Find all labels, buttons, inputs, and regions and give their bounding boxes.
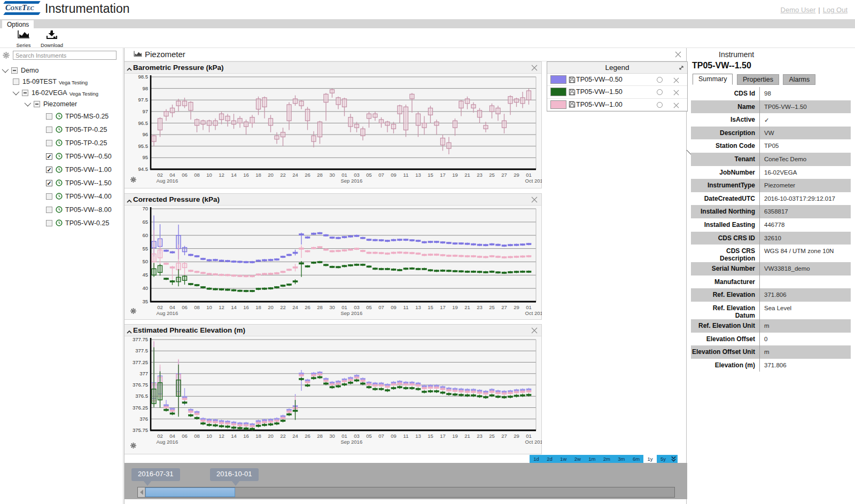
tree-item-tp05-tp-0.25[interactable]: TP05-TP-0.25 [0,136,123,149]
save-series-icon[interactable] [569,89,576,96]
collapse-legend-icon[interactable] [678,65,685,73]
tree-item-tp05-ms-0.25[interactable]: TP05-MS-0.25 [0,109,123,123]
series-radio[interactable] [657,77,663,83]
chart-settings-gear-icon[interactable] [130,442,137,451]
svg-text:20: 20 [268,433,274,439]
tree-item-tp05-vw-0.25[interactable]: TP05-VW-0.25 [0,216,123,230]
series-color-swatch[interactable] [550,75,566,84]
instrument-gauge-icon [56,193,63,200]
range-button-1w[interactable]: 1w [556,455,571,463]
svg-text:Aug 2016: Aug 2016 [157,178,178,184]
summary-row-value: 6358817 [759,205,851,218]
series-button[interactable]: Series [12,30,35,48]
search-settings-gear-icon[interactable] [2,51,10,61]
summary-row-label: Installed Northing [691,205,759,218]
svg-text:26: 26 [305,304,310,310]
close-chart-icon[interactable] [531,196,538,206]
remove-series-icon[interactable] [673,101,680,111]
tree-item-tp05-vw--0.50[interactable]: TP05-VW--0.50 [0,149,123,163]
scroll-left-arrow[interactable] [138,487,145,497]
series-color-swatch[interactable] [550,100,566,109]
svg-text:Oct 2016: Oct 2016 [525,178,542,184]
svg-text:24: 24 [292,433,298,439]
tree-checkbox[interactable] [46,113,52,120]
range-button-2m[interactable]: 2m [600,455,615,463]
tree-checkbox[interactable] [46,140,52,146]
tree-item-tp05-vw--1.50[interactable]: TP05-VW--1.50 [0,176,123,190]
tree-item-15-09test[interactable]: 15-09TESTVega Testing [0,76,123,87]
range-button-1d[interactable]: 1d [530,455,543,463]
svg-text:01: 01 [526,304,532,310]
toolbar: Series Download [0,28,855,48]
range-button-5y[interactable]: 5y [657,455,670,463]
summary-row: InstrumentTypePiezometer [691,179,851,192]
save-series-icon[interactable] [569,101,576,108]
tree-item-demo[interactable]: Demo [0,65,123,76]
collapse-chevron-icon[interactable] [126,327,133,337]
save-series-icon[interactable] [569,76,576,83]
tree-item-label: TP05-VW--8.00 [65,206,112,214]
series-radio[interactable] [657,102,663,108]
summary-row-value: 371.806 [759,288,851,302]
expander-down-icon[interactable] [25,100,32,107]
tree-checkbox[interactable] [11,67,18,74]
svg-text:01: 01 [341,433,347,439]
svg-text:16: 16 [243,433,249,439]
range-button-1m[interactable]: 1m [585,455,600,463]
series-radio[interactable] [657,89,663,95]
tree-checkbox[interactable] [46,180,52,186]
series-color-swatch[interactable] [550,88,566,96]
tree-checkbox[interactable] [46,220,52,226]
svg-text:19: 19 [452,172,458,178]
tree-checkbox[interactable] [34,101,40,107]
range-button-1y[interactable]: 1y [643,455,656,463]
svg-text:11: 11 [403,304,409,310]
tree-checkbox[interactable] [46,193,52,200]
close-chart-icon[interactable] [531,64,538,74]
tree-checkbox[interactable] [46,207,52,213]
download-button[interactable]: Download [37,30,66,48]
collapse-chevron-icon[interactable] [126,196,133,206]
summary-row-label: Tenant [691,153,759,166]
range-button-3m[interactable]: 3m [614,455,629,463]
remove-series-icon[interactable] [673,89,680,98]
user-link[interactable]: Demo User [781,6,816,14]
instrument-gauge-icon [56,139,63,146]
tree-item-tp05-vw--4.00[interactable]: TP05-VW--4.00 [0,190,123,203]
range-button-2d[interactable]: 2d [543,455,556,463]
chart-settings-gear-icon[interactable] [130,176,137,185]
tree-checkbox[interactable] [46,167,52,173]
collapse-chevron-icon[interactable] [126,65,133,74]
svg-text:10: 10 [206,433,212,439]
tab-summary[interactable]: Summary [693,74,733,85]
tree-checkbox[interactable] [22,90,28,96]
svg-text:28: 28 [317,304,323,310]
logout-link[interactable]: Log Out [823,6,848,14]
expander-down-icon[interactable] [13,89,20,96]
tree-item-16-02vega[interactable]: 16-02VEGAVega Testing [0,87,123,98]
expander-down-icon[interactable] [2,66,9,73]
svg-text:18: 18 [255,433,261,439]
range-button-6m[interactable]: 6m [629,455,644,463]
range-button-2w[interactable]: 2w [570,455,585,463]
collapse-slider-icon[interactable] [670,455,678,463]
selected-range-handle[interactable] [145,487,235,497]
search-input[interactable] [13,51,116,60]
tree-item-tp05-vw--8.00[interactable]: TP05-VW--8.00 [0,203,123,216]
tab-properties[interactable]: Properties [737,74,779,85]
date-slider-area: 2016-07-31 2016-10-01 [125,463,687,499]
chart-settings-gear-icon[interactable] [130,307,137,317]
tree-checkbox[interactable] [46,153,52,160]
svg-text:30: 30 [329,433,335,439]
date-range-scrollbar[interactable] [137,487,675,498]
tree-item-label: TP05-VW--4.00 [65,193,112,200]
remove-series-icon[interactable] [673,76,680,86]
tree-item-tp05-vw--1.00[interactable]: TP05-VW--1.00 [0,163,123,176]
close-panel-icon[interactable] [674,51,682,60]
tab-alarms[interactable]: Alarms [783,74,815,85]
tree-checkbox[interactable] [46,127,52,133]
tree-item-piezometer[interactable]: Piezometer [0,98,123,109]
close-chart-icon[interactable] [531,327,538,336]
tree-item-tp05-tp-0.25[interactable]: TP05-TP-0.25 [0,123,123,136]
tree-checkbox[interactable] [13,78,19,85]
